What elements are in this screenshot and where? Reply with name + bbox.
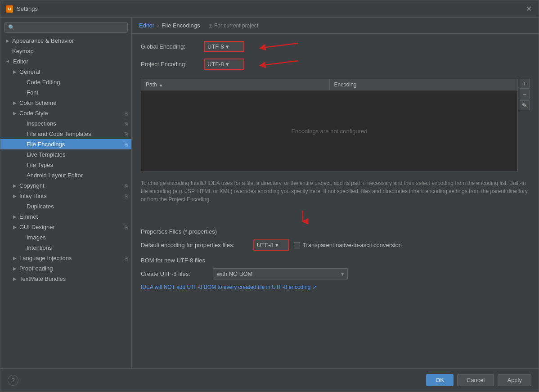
sidebar-label-general: General xyxy=(19,68,40,75)
bom-info-link[interactable]: UTF-8 BOM xyxy=(187,284,216,290)
sidebar-label-file-types: File Types xyxy=(27,162,53,168)
sidebar-label-file-encodings: File Encodings xyxy=(27,141,65,148)
project-encoding-select[interactable]: UTF-8 ▾ xyxy=(204,59,244,70)
default-encoding-dropdown-arrow: ▾ xyxy=(275,242,278,248)
help-button[interactable]: ? xyxy=(8,375,18,386)
sidebar-label-textmate: TextMate Bundles xyxy=(19,275,66,282)
sidebar-item-keymap[interactable]: ▶ Keymap xyxy=(0,46,131,56)
for-current-project[interactable]: ⊞ For current project xyxy=(208,23,258,29)
app-icon: IJ xyxy=(6,5,13,13)
lang-inject-icon: ⎘ xyxy=(125,256,128,261)
create-utf8-label: Create UTF-8 files: xyxy=(141,270,208,277)
expand-arrow-general: ▶ xyxy=(13,69,17,74)
gui-designer-icon: ⎘ xyxy=(125,225,128,230)
sidebar-item-images[interactable]: ▶ Images xyxy=(0,232,131,243)
table-header-path: Path ▲ xyxy=(141,79,330,90)
sidebar-item-live-templates[interactable]: ▶ Live Templates xyxy=(0,149,131,160)
expand-arrow-copyright: ▶ xyxy=(13,183,17,188)
file-code-templates-icon: ⎘ xyxy=(125,131,128,137)
sidebar-item-general[interactable]: ▶ General xyxy=(0,67,131,77)
create-utf8-select[interactable]: with NO BOM with BOM xyxy=(213,268,348,279)
edit-path-button[interactable]: ✎ xyxy=(520,100,530,110)
sidebar-item-inspections[interactable]: ▶ Inspections ⎘ xyxy=(0,118,131,129)
sidebar-item-android-layout-editor[interactable]: ▶ Android Layout Editor xyxy=(0,170,131,180)
create-utf8-select-wrapper: with NO BOM with BOM xyxy=(213,268,348,279)
expand-arrow-code-style: ▶ xyxy=(13,111,17,116)
sidebar-item-color-scheme[interactable]: ▶ Color Scheme xyxy=(0,98,131,108)
expand-arrow-emmet: ▶ xyxy=(13,214,17,219)
sidebar-label-language-injections: Language Injections xyxy=(19,255,72,261)
sidebar-item-language-injections[interactable]: ▶ Language Injections ⎘ xyxy=(0,253,131,263)
copyright-icon: ⎘ xyxy=(125,183,128,189)
sidebar-label-color-scheme: Color Scheme xyxy=(19,99,56,106)
sidebar-item-code-editing[interactable]: ▶ Code Editing xyxy=(0,77,131,87)
cancel-button[interactable]: Cancel xyxy=(457,374,494,386)
bom-info-text: IDEA will NOT add UTF-8 BOM to every cre… xyxy=(141,284,530,290)
default-encoding-select[interactable]: UTF-8 ▾ xyxy=(253,239,289,251)
project-encoding-label: Project Encoding: xyxy=(141,61,199,68)
sidebar-item-font[interactable]: ▶ Font xyxy=(0,87,131,98)
sidebar-item-file-types[interactable]: ▶ File Types xyxy=(0,160,131,170)
sidebar-label-inlay-hints: Inlay Hints xyxy=(19,193,47,199)
table-empty-text: Encodings are not configured xyxy=(291,128,367,135)
table-header: Path ▲ Encoding xyxy=(141,79,517,90)
red-arrow-down xyxy=(294,211,312,224)
info-text: To change encoding IntelliJ IDEA uses fo… xyxy=(141,179,530,203)
inlay-hints-icon: ⎘ xyxy=(125,194,128,199)
table-header-encoding: Encoding xyxy=(330,79,518,90)
properties-section-title: Properties Files (*.properties) xyxy=(141,228,530,235)
transparent-checkbox[interactable] xyxy=(294,242,300,248)
sidebar-item-code-style[interactable]: ▶ Code Style ⎘ xyxy=(0,108,131,118)
footer-left: ? xyxy=(8,375,18,386)
transparent-label: Transparent native-to-ascii conversion xyxy=(303,242,402,248)
footer-right: OK Cancel Apply xyxy=(426,374,531,386)
settings-body: Global Encoding: UTF-8 ▾ xyxy=(132,34,539,368)
properties-section: Properties Files (*.properties) Default … xyxy=(141,228,530,251)
sidebar-item-gui-designer[interactable]: ▶ GUI Designer ⎘ xyxy=(0,222,131,232)
remove-path-button[interactable]: − xyxy=(520,90,530,99)
add-path-button[interactable]: + xyxy=(520,79,530,89)
bom-section: BOM for new UTF-8 files Create UTF-8 fil… xyxy=(141,257,530,290)
sidebar-item-emmet[interactable]: ▶ Emmet xyxy=(0,212,131,222)
breadcrumb: Editor › File Encodings ⊞ For current pr… xyxy=(132,18,539,34)
bom-info-suffix: to every created file in UTF-8 encoding … xyxy=(216,284,316,290)
sidebar-label-android: Android Layout Editor xyxy=(27,172,83,179)
sidebar-label-editor: Editor xyxy=(13,58,28,65)
default-encoding-value: UTF-8 xyxy=(257,242,274,248)
file-encodings-icon: ⎘ xyxy=(125,142,128,147)
close-button[interactable]: ✕ xyxy=(524,5,533,14)
ok-button[interactable]: OK xyxy=(426,374,454,386)
create-utf8-row: Create UTF-8 files: with NO BOM with BOM xyxy=(141,268,530,279)
sidebar-label-inspections: Inspections xyxy=(27,120,56,127)
breadcrumb-separator: › xyxy=(157,22,159,29)
global-encoding-arrow: ▾ xyxy=(226,43,229,50)
search-input[interactable] xyxy=(4,22,128,33)
code-style-copy-icon: ⎘ xyxy=(125,111,128,116)
sidebar-item-inlay-hints[interactable]: ▶ Inlay Hints ⎘ xyxy=(0,191,131,201)
project-encoding-arrow: ▾ xyxy=(226,61,229,68)
sidebar-item-file-encodings[interactable]: ▶ File Encodings ⎘ xyxy=(0,139,131,149)
sidebar-label-proofreading: Proofreading xyxy=(19,265,53,272)
sidebar-item-textmate-bundles[interactable]: ▶ TextMate Bundles xyxy=(0,274,131,284)
sidebar-item-file-code-templates[interactable]: ▶ File and Code Templates ⎘ xyxy=(0,129,131,139)
sidebar-item-editor[interactable]: ▼ Editor xyxy=(0,56,131,67)
sidebar-item-appearance[interactable]: ▶ Appearance & Behavior xyxy=(0,36,131,46)
breadcrumb-current: File Encodings xyxy=(162,22,200,29)
settings-dialog: IJ Settings ✕ ▶ Appearance & Behavior ▶ … xyxy=(0,0,539,392)
table-side-buttons: + − ✎ xyxy=(520,79,530,172)
expand-arrow-appearance: ▶ xyxy=(6,38,9,43)
sidebar-item-proofreading[interactable]: ▶ Proofreading xyxy=(0,263,131,274)
sidebar-label-images: Images xyxy=(27,234,46,241)
global-encoding-value: UTF-8 xyxy=(207,43,224,50)
apply-button[interactable]: Apply xyxy=(498,374,531,386)
sidebar-item-intentions[interactable]: ▶ Intentions xyxy=(0,243,131,253)
sidebar-item-duplicates[interactable]: ▶ Duplicates xyxy=(0,201,131,212)
sidebar-label-code-style: Code Style xyxy=(19,110,48,117)
inspections-copy-icon: ⎘ xyxy=(125,121,128,126)
sidebar-label-intentions: Intentions xyxy=(27,244,52,251)
global-encoding-select[interactable]: UTF-8 ▾ xyxy=(204,41,244,52)
sidebar-item-copyright[interactable]: ▶ Copyright ⎘ xyxy=(0,180,131,191)
expand-arrow-color-scheme: ▶ xyxy=(13,100,17,105)
expand-arrow-gui-designer: ▶ xyxy=(13,225,17,230)
breadcrumb-parent[interactable]: Editor xyxy=(139,22,154,29)
